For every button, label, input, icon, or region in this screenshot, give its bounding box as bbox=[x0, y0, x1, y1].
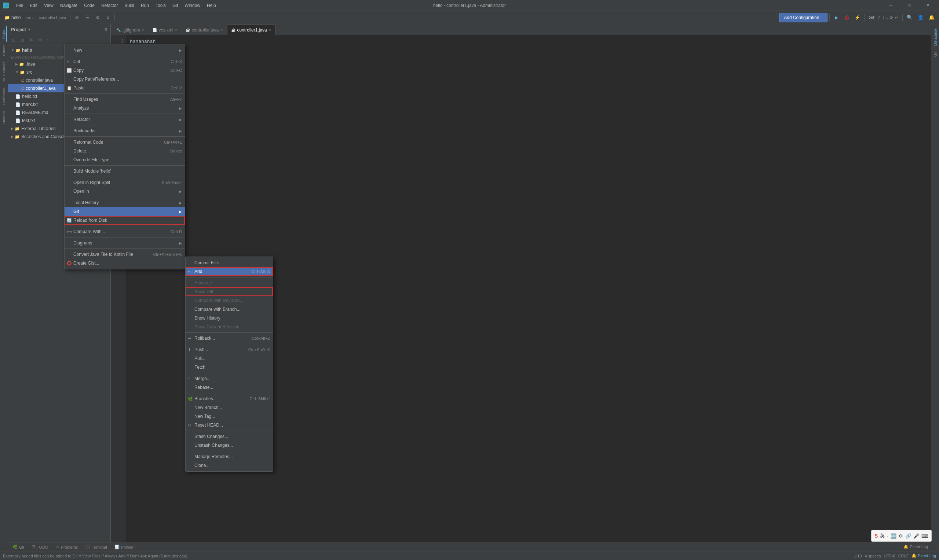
toolbar-settings[interactable]: ⚙ bbox=[93, 13, 102, 22]
breadcrumb-src[interactable]: src › bbox=[23, 13, 35, 22]
maximize-button[interactable]: □ bbox=[901, 0, 918, 11]
menu-copy-path[interactable]: Copy Path/Reference... bbox=[65, 75, 185, 83]
left-tab-structure[interactable]: Structure bbox=[2, 108, 6, 127]
toolbar-more2[interactable]: ⋯ bbox=[45, 36, 53, 45]
status-spaces[interactable]: 4 spaces bbox=[865, 554, 881, 558]
submenu-push[interactable]: ⬆ Push... Ctrl+Shift+K bbox=[186, 345, 273, 354]
bottom-tab-profiler[interactable]: 📊 Profiler bbox=[113, 545, 135, 549]
toolbar-locate[interactable]: ◎ bbox=[19, 36, 26, 45]
submenu-clone[interactable]: Clone... bbox=[186, 461, 273, 470]
menu-code[interactable]: Code bbox=[81, 2, 97, 9]
search-button[interactable]: 🔍 bbox=[905, 13, 915, 22]
menu-view[interactable]: View bbox=[41, 2, 57, 9]
submenu-commit-file[interactable]: Commit File... bbox=[186, 258, 273, 267]
menu-open-in[interactable]: Open In ▶ bbox=[65, 187, 185, 196]
sougou-lang[interactable]: 英 bbox=[880, 532, 885, 539]
menu-create-gist[interactable]: ⭕ Create Gist... bbox=[65, 259, 185, 268]
menu-cut[interactable]: ✂ Cut Ctrl+X bbox=[65, 57, 185, 66]
toolbar-list[interactable]: ☰ bbox=[83, 13, 92, 22]
menu-build-module[interactable]: Build Module 'hello' bbox=[65, 167, 185, 175]
submenu-stash[interactable]: Stash Changes... bbox=[186, 432, 273, 441]
submenu-new-branch[interactable]: New Branch... bbox=[186, 403, 273, 412]
project-name[interactable]: hello bbox=[11, 15, 20, 20]
tab-close-gitignore[interactable]: ✕ bbox=[142, 28, 145, 32]
menu-help[interactable]: Help bbox=[204, 2, 219, 9]
tab-controller[interactable]: ☕ controller.java ✕ bbox=[182, 25, 227, 35]
toolbar-sort[interactable]: ⇅ bbox=[27, 36, 35, 45]
menu-refactor[interactable]: Refactor bbox=[98, 2, 121, 9]
run-coverage[interactable]: ⚡ bbox=[853, 13, 862, 22]
menu-window[interactable]: Window bbox=[182, 2, 203, 9]
left-tab-pull[interactable]: Pull Requests bbox=[2, 59, 6, 85]
submenu-branches[interactable]: 🌿 Branches... Ctrl+Shift+` bbox=[186, 394, 273, 403]
sougou-icon4[interactable]: 🎤 bbox=[913, 533, 919, 539]
submenu-compare-branch[interactable]: Compare with Branch... bbox=[186, 305, 273, 314]
sougou-icon2[interactable]: ⚙ bbox=[899, 533, 903, 539]
menu-open-right-split[interactable]: Open in Right Split Shift+Enter bbox=[65, 178, 185, 187]
sougou-icon5[interactable]: ⌨ bbox=[921, 533, 928, 539]
menu-edit[interactable]: Edit bbox=[27, 2, 40, 9]
submenu-reset-head[interactable]: ↺ Reset HEAD... bbox=[186, 421, 273, 429]
sougou-icon3[interactable]: 🔗 bbox=[905, 533, 911, 539]
menu-refactor[interactable]: Refactor ▶ bbox=[65, 115, 185, 124]
submenu-show-history[interactable]: Show History bbox=[186, 314, 273, 323]
submenu-rebase[interactable]: Rebase... bbox=[186, 383, 273, 392]
menu-file[interactable]: File bbox=[13, 2, 26, 9]
menu-tools[interactable]: Tools bbox=[153, 2, 169, 9]
bottom-tab-terminal[interactable]: ⬛ Terminal bbox=[83, 545, 109, 549]
menu-diagrams[interactable]: Diagrams ▶ bbox=[65, 238, 185, 248]
menu-paste[interactable]: 📋 Paste Ctrl+V bbox=[65, 83, 185, 92]
tab-close-vcsxml[interactable]: ✕ bbox=[174, 28, 177, 32]
bottom-tab-todo[interactable]: ☑ TODO bbox=[30, 545, 50, 549]
add-configuration-button[interactable]: Add Configuration _ bbox=[779, 13, 828, 22]
tab-close-controller[interactable]: ✕ bbox=[220, 28, 223, 32]
project-gear[interactable]: ⚙ bbox=[104, 28, 108, 32]
minimize-button[interactable]: ─ bbox=[882, 0, 899, 11]
git-checkmark[interactable]: ✓ bbox=[877, 15, 881, 20]
status-line-ending[interactable]: CRLF bbox=[898, 554, 909, 558]
notifications-button[interactable]: 🔔 bbox=[927, 13, 937, 22]
right-tab-git[interactable]: Git bbox=[933, 49, 938, 60]
menu-git[interactable]: Git bbox=[170, 2, 181, 9]
tab-vcsxml[interactable]: 📄 vcs.xml ✕ bbox=[148, 25, 182, 35]
submenu-manage-remotes[interactable]: Manage Remotes... bbox=[186, 452, 273, 461]
git-undo[interactable]: ↩ bbox=[894, 15, 898, 20]
menu-new[interactable]: New ▶ bbox=[65, 46, 185, 55]
breadcrumb-file[interactable]: controller1.java bbox=[37, 13, 69, 22]
menu-copy[interactable]: ⬜ Copy Ctrl+C bbox=[65, 66, 185, 75]
left-tab-project[interactable]: Project bbox=[1, 26, 7, 42]
submenu-new-tag[interactable]: New Tag... bbox=[186, 412, 273, 421]
toolbar-more[interactable]: ≡ bbox=[103, 13, 113, 22]
git-refresh[interactable]: ⟳ bbox=[890, 15, 893, 20]
menu-reformat[interactable]: Reformat Code Ctrl+Alt+L bbox=[65, 138, 185, 146]
submenu-fetch[interactable]: Fetch bbox=[186, 363, 273, 372]
menu-delete[interactable]: Delete... Delete bbox=[65, 146, 185, 155]
git-arrow-down[interactable]: ↓ bbox=[886, 15, 888, 20]
right-tab-database[interactable]: Database bbox=[933, 26, 938, 49]
status-encoding[interactable]: UTF-8 bbox=[884, 554, 895, 558]
menu-local-history[interactable]: Local History ▶ bbox=[65, 198, 185, 207]
menu-run[interactable]: Run bbox=[138, 2, 152, 9]
menu-reload-from-disk[interactable]: 🔄 Reload from Disk bbox=[65, 216, 185, 225]
submenu-unstash[interactable]: Unstash Changes... bbox=[186, 441, 273, 450]
menu-convert-kotlin[interactable]: Convert Java File to Kotlin File Ctrl+Al… bbox=[65, 250, 185, 259]
status-event-log[interactable]: 🔔 Event Log bbox=[911, 554, 936, 558]
debug-button[interactable]: 🐞 bbox=[842, 13, 852, 22]
menu-override-type[interactable]: Override File Type bbox=[65, 155, 185, 164]
submenu-add[interactable]: + Add Ctrl+Alt+A bbox=[186, 267, 273, 276]
sougou-icon1[interactable]: 🔤 bbox=[891, 533, 896, 539]
toolbar-sync[interactable]: ⟳ bbox=[72, 13, 82, 22]
tab-close-controller1[interactable]: ✕ bbox=[268, 28, 271, 32]
menu-bookmarks[interactable]: Bookmarks ▶ bbox=[65, 126, 185, 135]
menu-find-usages[interactable]: Find Usages Alt+F7 bbox=[65, 95, 185, 104]
toolbar-filter[interactable]: ⚙ bbox=[36, 36, 44, 45]
bottom-tab-git[interactable]: 🌿 Git bbox=[11, 545, 26, 549]
menu-analyze[interactable]: Analyze ▶ bbox=[65, 104, 185, 112]
run-button[interactable]: ▶ bbox=[831, 13, 841, 22]
close-button[interactable]: ✕ bbox=[919, 0, 936, 11]
bottom-tab-problems[interactable]: ⚠ Problems bbox=[54, 545, 79, 549]
status-position[interactable]: 1:10 bbox=[854, 554, 862, 558]
profile-button[interactable]: 👤 bbox=[916, 13, 926, 22]
submenu-rollback[interactable]: ↩ Rollback... Ctrl+Alt+Z bbox=[186, 334, 273, 343]
left-tab-bookmarks[interactable]: Bookmarks bbox=[2, 85, 6, 108]
